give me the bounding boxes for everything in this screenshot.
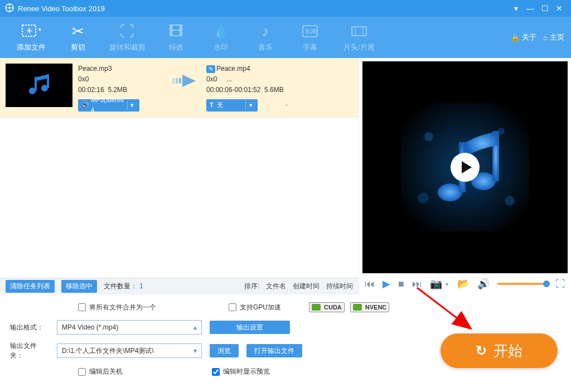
destination-resolution: 0x0 <box>206 75 217 83</box>
edit-badge-icon: ✎ <box>206 65 215 73</box>
source-resolution: 0x0 <box>78 74 162 85</box>
svg-rect-20 <box>179 78 181 84</box>
subtitle-label: 字幕 <box>303 42 317 52</box>
dash-value: - <box>286 100 288 110</box>
add-file-button[interactable]: +▾ 添加文件 <box>7 17 56 58</box>
clear-queue-button[interactable]: 清除任务列表 <box>6 280 55 293</box>
about-link[interactable]: 🔒关于 <box>511 32 536 42</box>
file-queue-row[interactable]: Peace.mp3 0x0 00:02:16 5.2MB 🔊 MP3(Stere… <box>0 58 359 118</box>
output-format-combo[interactable]: MP4 Video (*.mp4) ▴ <box>57 320 202 335</box>
preview-panel[interactable] <box>362 61 568 273</box>
open-folder-button[interactable]: 📂 <box>457 278 470 290</box>
audio-format-dropdown[interactable]: 🔊 MP3(Stereo 4▾ <box>78 99 139 112</box>
dropdown-button[interactable]: ▾ <box>509 3 523 14</box>
audio-format-value: MP3(Stereo 4 <box>91 95 124 115</box>
file-thumbnail <box>6 64 72 107</box>
refresh-icon: ↻ <box>476 343 487 359</box>
svg-rect-11 <box>352 27 366 36</box>
playback-controls: ⏮ ▶ ■ ⏭ 📷 ▾ 📂 🔊 ⛶ <box>359 273 571 294</box>
browse-button[interactable]: 浏览 <box>210 344 239 357</box>
start-label: 开始 <box>493 341 522 361</box>
output-format-value: MP4 Video (*.mp4) <box>62 323 118 331</box>
file-count-text: 文件数量： <box>104 282 137 290</box>
svg-point-4 <box>9 4 11 6</box>
volume-slider[interactable] <box>497 283 548 285</box>
preview-play-overlay[interactable] <box>451 153 480 182</box>
sort-by-duration[interactable]: 持续时间 <box>326 282 353 291</box>
svg-marker-21 <box>182 75 196 87</box>
merge-all-checkbox[interactable]: 将所有文件合并为一个 <box>78 303 156 312</box>
chevron-down-icon: ▾ <box>245 100 255 110</box>
destination-filename: Peace.mp4 <box>216 65 250 72</box>
output-folder-combo[interactable]: D:\1.个人工作文件夹\MP4测试\ ▾ <box>57 343 202 358</box>
rotate-crop-button[interactable]: ⛶ 旋转和裁剪 <box>100 17 154 58</box>
sort-by-name[interactable]: 文件名 <box>266 282 286 291</box>
music-label: 音乐 <box>258 42 273 52</box>
gpu-accel-checkbox[interactable]: 支持GPU加速 <box>229 303 281 312</box>
watermark-button[interactable]: 💧 水印 <box>199 17 243 58</box>
home-label: 主页 <box>550 32 564 42</box>
output-folder-label: 输出文件夹： <box>10 341 49 360</box>
stop-button[interactable]: ■ <box>398 278 404 290</box>
next-button[interactable]: ⏭ <box>412 278 422 290</box>
subtitle-pill-value: 无 <box>217 100 223 110</box>
merge-all-label: 将所有文件合并为一个 <box>89 303 156 312</box>
chevron-down-icon: ▾ <box>193 347 197 355</box>
home-link[interactable]: ⌂主页 <box>543 32 564 42</box>
prev-button[interactable]: ⏮ <box>365 278 375 290</box>
add-file-icon: +▾ <box>22 22 41 40</box>
convert-arrow-icon <box>167 64 201 112</box>
svg-rect-18 <box>172 78 175 84</box>
scissors-icon: ✂ <box>72 22 84 40</box>
cut-button[interactable]: ✂ 剪切 <box>56 17 100 58</box>
output-settings-button[interactable]: 输出设置 <box>210 321 290 334</box>
source-filename: Peace.mp3 <box>78 64 162 74</box>
snapshot-button[interactable]: 📷 <box>430 278 442 290</box>
volume-button[interactable]: 🔊 <box>477 278 490 290</box>
queue-control-bar: 清除任务列表 移除选中 文件数量：1 排序: 文件名 创建时间 持续时间 <box>0 278 359 294</box>
open-output-button[interactable]: 打开输出文件 <box>246 344 302 357</box>
snapshot-dropdown[interactable]: ▾ <box>444 281 449 287</box>
output-folder-value: D:\1.个人工作文件夹\MP4测试\ <box>62 346 154 356</box>
nvidia-icon <box>312 304 321 311</box>
svg-text:▾: ▾ <box>38 26 41 32</box>
music-button[interactable]: ♪ 音乐 <box>243 17 288 58</box>
effects-label: 特效 <box>169 42 183 52</box>
minimize-button[interactable]: — <box>523 3 538 14</box>
cuda-label: CUDA <box>324 304 342 311</box>
shutdown-after-checkbox[interactable]: 编辑后关机 <box>78 367 123 376</box>
play-button[interactable]: ▶ <box>383 278 390 290</box>
remove-selected-button[interactable]: 移除选中 <box>61 280 97 293</box>
cuda-badge: CUDA <box>309 302 345 312</box>
music-icon: ♪ <box>262 22 269 40</box>
maximize-button[interactable]: ☐ <box>538 3 552 14</box>
svg-point-27 <box>438 183 462 201</box>
show-preview-checkbox[interactable]: 编辑时显示预览 <box>212 367 270 376</box>
effects-button[interactable]: 🎞 特效 <box>154 17 199 58</box>
title-bar: Renee Video Toolbox 2019 ▾ — ☐ ✕ <box>0 0 571 17</box>
head-tail-icon <box>351 22 367 40</box>
head-tail-label: 片头/片尾 <box>343 42 375 52</box>
head-tail-button[interactable]: 片头/片尾 <box>332 17 386 58</box>
chevron-up-icon: ▴ <box>193 323 197 331</box>
sort-by-created[interactable]: 创建时间 <box>293 282 320 291</box>
lock-icon: 🔒 <box>511 33 520 42</box>
speaker-icon: 🔊 <box>81 100 89 110</box>
subtitle-button[interactable]: SUB 字幕 <box>288 17 332 58</box>
chevron-down-icon: ▾ <box>127 100 136 110</box>
watermark-icon: 💧 <box>212 22 230 40</box>
nvenc-badge: NVENC <box>350 302 390 312</box>
svg-point-23 <box>424 132 433 141</box>
subtitle-dropdown[interactable]: T 无▾ <box>206 99 258 112</box>
destination-size: 5.6MB <box>264 86 284 94</box>
svg-point-3 <box>12 7 13 8</box>
source-file-info: Peace.mp3 0x0 00:02:16 5.2MB 🔊 MP3(Stere… <box>78 64 162 112</box>
fullscreen-button[interactable]: ⛶ <box>555 278 565 290</box>
source-size: 5.2MB <box>108 86 127 94</box>
close-button[interactable]: ✕ <box>552 3 567 14</box>
svg-point-2 <box>6 7 8 8</box>
nvidia-icon <box>353 304 362 311</box>
destination-range: 00:00:06-00:01:52 <box>206 86 260 94</box>
start-button[interactable]: ↻ 开始 <box>441 333 558 368</box>
svg-point-26 <box>505 196 515 206</box>
